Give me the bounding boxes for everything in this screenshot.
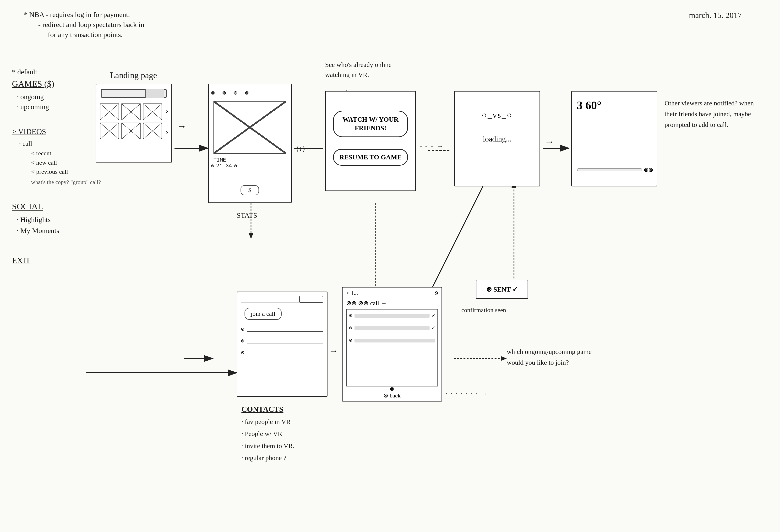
landing-page-label: Landing page	[110, 69, 157, 81]
contacts-line3: · invite them to VR.	[241, 440, 294, 452]
sidebar: * default GAMES ($) · ongoing · upcoming…	[12, 67, 101, 266]
img-placeholder-1	[100, 103, 119, 120]
default-label: * default	[12, 67, 101, 77]
contacts-bar-btn	[299, 296, 323, 302]
watch-friends-screen: WATCH W/ YOUR FRIENDS! RESUME TO GAME	[325, 91, 416, 191]
vr-slider[interactable]	[577, 168, 642, 172]
call-label: ⊗⊗ call →	[358, 299, 387, 307]
landing-page-wireframe: › ›	[96, 84, 172, 162]
nba-line3: for any transaction points.	[48, 30, 144, 40]
contacts-line1: · fav people in VR	[241, 416, 294, 428]
search-bar-right	[145, 89, 164, 98]
arrow-4-5: →	[544, 135, 554, 148]
score-icon-left: ⊗	[211, 163, 214, 169]
group-call-label: what's the copy? "group" call?	[31, 178, 101, 186]
img-placeholder-4	[100, 123, 119, 139]
chevron-2: ›	[165, 129, 169, 137]
confirmation-label: confirmation seen	[461, 306, 506, 315]
other-viewers-annotation: Other viewers are notified? when their f…	[665, 98, 765, 130]
call-nav-left: < 1...	[346, 290, 358, 296]
contacts-line2: · People w/ VR	[241, 428, 294, 440]
vr-callout: See who's already online watching in VR.	[325, 60, 397, 80]
highlights-label: · Highlights	[17, 214, 101, 225]
call-label: · call	[19, 139, 101, 148]
game-icons-row: ⊗ ⊗ ⊗ ⊗	[211, 89, 250, 97]
call-screen: < 1... 9 ⊗⊗ ⊗⊗ call → ⊗ ✓ ⊗ ✓ ⊗	[342, 287, 442, 401]
back-label: ⊗ back	[383, 392, 400, 399]
img-placeholder-6	[143, 123, 162, 139]
sent-box: ⊗ SENT ✓	[476, 280, 528, 299]
contact-row-1: ⊗ ⊗ ⊗	[241, 326, 323, 356]
indicator-arrow: (↓)	[296, 143, 305, 153]
dollar-button[interactable]: $	[241, 185, 259, 195]
img-placeholder-5	[121, 123, 141, 139]
dashed-arrow-3-4: - - - →	[420, 141, 444, 151]
nba-line1: * NBA - requires log in for payment.	[24, 9, 144, 19]
nba-line2: - redirect and loop spectators back in	[38, 19, 144, 30]
back-button[interactable]: ⊗ ⊗ back	[383, 386, 400, 399]
arrow-landing-to-screen2: →	[177, 119, 187, 133]
sent-label: ⊗ SENT ✓	[486, 285, 518, 293]
img-placeholder-2	[121, 103, 141, 120]
arrow-contacts-call: →	[329, 344, 338, 357]
watch-friends-button[interactable]: WATCH W/ YOUR FRIENDS!	[333, 111, 408, 137]
call-nav-bar: < 1... 9	[346, 290, 438, 296]
contacts-screen: join a call ⊗ ⊗ ⊗	[237, 292, 328, 397]
videos-label[interactable]: > VIDEOS	[12, 126, 101, 137]
call-contact-3: ⊗	[347, 334, 437, 346]
previous-call-label: < previous call	[31, 167, 101, 176]
join-call-button[interactable]: join a call	[245, 308, 282, 320]
game-detail-screen: ⊗ ⊗ ⊗ ⊗ TIME ⊗ 21-34 ⊗ $	[208, 84, 292, 203]
ongoing-label: · ongoing	[17, 92, 101, 102]
nba-notes: * NBA - requires log in for payment. - r…	[24, 9, 144, 40]
time-label: TIME	[213, 157, 226, 163]
exit-label[interactable]: EXIT	[12, 255, 101, 266]
loading-screen: ○_vs_○ loading...	[454, 91, 540, 186]
recent-label: < recent	[31, 149, 101, 158]
resume-game-button[interactable]: RESUME TO GAME	[333, 149, 408, 165]
360-label: 3 60°	[577, 99, 601, 112]
viewer-icons: ⊗⊗	[644, 165, 653, 175]
contacts-line4: · regular phone ?	[241, 452, 294, 464]
games-label[interactable]: GAMES ($)	[12, 78, 101, 90]
game-video-placeholder	[213, 101, 286, 154]
contacts-description: · fav people in VR · People w/ VR · invi…	[241, 416, 294, 464]
call-header: ⊗⊗ ⊗⊗ call →	[346, 299, 438, 307]
my-moments-label: · My Moments	[17, 226, 101, 236]
svg-marker-5	[249, 233, 253, 239]
dashed-to-game-select: · · · · · · · →	[446, 390, 488, 398]
img-placeholder-3	[143, 103, 162, 120]
social-label[interactable]: SOCIAL	[12, 200, 101, 212]
new-call-label: < new call	[31, 158, 101, 167]
score-row: ⊗ 21-34 ⊗	[211, 163, 237, 169]
vr-360-screen: 3 60° ⊗⊗	[571, 91, 657, 186]
image-grid	[100, 103, 162, 139]
score-icon-right: ⊗	[234, 163, 237, 169]
call-contact-1: ⊗ ✓	[347, 309, 437, 322]
which-game-annotation: which ongoing/upcoming game would you li…	[507, 346, 602, 368]
call-nav-right: 9	[435, 290, 438, 296]
call-contacts-list: ⊗ ✓ ⊗ ✓ ⊗	[346, 309, 438, 386]
loading-label: loading...	[460, 135, 535, 143]
upcoming-label: · upcoming	[17, 102, 101, 112]
chevron-1: ›	[165, 107, 169, 115]
contacts-top-bar	[241, 296, 323, 303]
contacts-title: CONTACTS	[241, 404, 283, 415]
call-icons: ⊗⊗	[346, 299, 357, 307]
vs-label: ○_vs_○	[460, 111, 535, 120]
svg-marker-13	[501, 356, 507, 361]
date-label: march. 15. 2017	[689, 9, 742, 21]
score-value: 21-34	[216, 163, 232, 169]
call-contact-2: ⊗ ✓	[347, 322, 437, 334]
stats-label: STATS	[237, 210, 257, 221]
